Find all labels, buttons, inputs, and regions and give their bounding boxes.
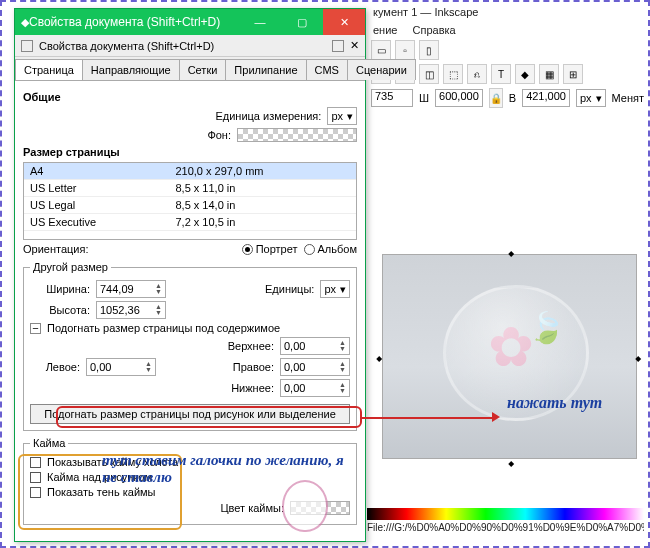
margin-top-input[interactable]: 0,00▲▼ [280, 337, 350, 355]
general-heading: Общие [23, 91, 357, 103]
selection-handle-bottom[interactable]: ⬥ [507, 454, 517, 464]
tool-icon[interactable]: ▦ [539, 64, 559, 84]
checkbox-border-shadow-label: Показать тень каймы [47, 486, 156, 498]
selected-image[interactable] [382, 254, 637, 459]
checkbox-border-above[interactable] [30, 472, 41, 483]
list-item: US Legal8,5 x 14,0 in [24, 197, 356, 214]
width-label: Ш [419, 92, 429, 104]
checkbox-border-above-label: Кайма над рисунком [47, 471, 152, 483]
app-icon: ◆ [21, 16, 29, 29]
dialog-title: Свойства документа (Shift+Ctrl+D) [29, 15, 239, 29]
list-item: US Executive7,2 x 10,5 in [24, 214, 356, 231]
units-select[interactable]: px▾ [320, 280, 350, 298]
unit-label: Единица измерения: [23, 110, 321, 122]
tab-scripts[interactable]: Сценарии [347, 59, 416, 80]
dialog-titlebar[interactable]: ◆ Свойства документа (Shift+Ctrl+D) — ▢ … [15, 9, 365, 35]
color-palette[interactable] [367, 508, 644, 520]
swap-label[interactable]: Менят [612, 92, 644, 104]
status-bar: File:///G:/%D0%A0%D0%90%D0%91%D0%9E%D0%A… [367, 522, 644, 540]
close-panel-button[interactable]: ✕ [350, 39, 359, 52]
list-item: US Letter8,5 x 11,0 in [24, 180, 356, 197]
orientation-label: Ориентация: [23, 243, 89, 255]
radio-portrait[interactable]: Портрет [242, 243, 298, 255]
annotation-arrow-head [492, 412, 500, 422]
checkbox-border-shadow[interactable] [30, 487, 41, 498]
background-label: Фон: [23, 129, 231, 141]
toolbar-btn[interactable]: ▭ [371, 40, 391, 60]
margin-right-label: Правое: [162, 361, 274, 373]
selection-handle-top[interactable]: ⬥ [507, 244, 517, 254]
border-color-label: Цвет каймы: [30, 502, 284, 514]
coord-unit[interactable]: px▾ [576, 89, 606, 107]
selection-handle-left[interactable]: ⬥ [375, 349, 385, 359]
height-input[interactable]: 1052,36▲▼ [96, 301, 166, 319]
selection-handle-right[interactable]: ⬥ [634, 349, 644, 359]
toolbar-btn[interactable]: ▯ [419, 40, 439, 60]
tool-icon[interactable]: ⎌ [467, 64, 487, 84]
tool-icon[interactable]: ⊞ [563, 64, 583, 84]
tool-icon[interactable]: ⬚ [443, 64, 463, 84]
height-label: Высота: [30, 304, 90, 316]
menu-selection[interactable]: ение [373, 24, 397, 36]
pagesize-heading: Размер страницы [23, 146, 357, 158]
fit-toggle-label[interactable]: Подогнать размер страницы под содержимое [47, 322, 280, 334]
tool-icon[interactable]: ◫ [419, 64, 439, 84]
canvas[interactable]: ⬥ ⬥ ⬥ ⬥ нажать тут [367, 134, 644, 496]
dialog-subtitle: Свойства документа (Shift+Ctrl+D) [39, 40, 326, 52]
height-label: В [509, 92, 516, 104]
doc-icon [21, 40, 33, 52]
units-label: Единицы: [172, 283, 314, 295]
custom-size-legend: Другой размер [30, 261, 111, 273]
inkscape-title: кумент 1 — Inkscape [367, 2, 648, 22]
image-content [483, 325, 563, 405]
document-properties-dialog: ◆ Свойства документа (Shift+Ctrl+D) — ▢ … [14, 8, 366, 542]
tool-icon[interactable]: ◆ [515, 64, 535, 84]
margin-bottom-input[interactable]: 0,00▲▼ [280, 379, 350, 397]
annotation-press-here: нажать тут [507, 394, 602, 412]
list-item: A4210,0 x 297,0 mm [24, 163, 356, 180]
margin-left-input[interactable]: 0,00▲▼ [86, 358, 156, 376]
background-color-button[interactable] [237, 128, 357, 142]
checkbox-show-border-label: Показывать кайму холста [47, 456, 178, 468]
coord-x[interactable]: 735 [371, 89, 413, 107]
coord-h[interactable]: 421,000 [522, 89, 570, 107]
tab-grids[interactable]: Сетки [179, 59, 227, 80]
radio-landscape[interactable]: Альбом [304, 243, 357, 255]
tab-page[interactable]: Страница [15, 59, 83, 80]
dialog-subheader: Свойства документа (Shift+Ctrl+D) ✕ [15, 35, 365, 57]
margin-left-label: Левое: [30, 361, 80, 373]
checkbox-show-border[interactable] [30, 457, 41, 468]
maximize-button[interactable]: ▢ [281, 9, 323, 35]
close-button[interactable]: ✕ [323, 9, 365, 35]
coord-w[interactable]: 600,000 [435, 89, 483, 107]
width-input[interactable]: 744,09▲▼ [96, 280, 166, 298]
toolbar-btn[interactable]: ▫ [395, 40, 415, 60]
page-size-list[interactable]: A4210,0 x 297,0 mm US Letter8,5 x 11,0 i… [23, 162, 357, 240]
page-tab-content: Общие Единица измерения: px▾ Фон: Размер… [15, 81, 365, 541]
detach-button[interactable] [332, 40, 344, 52]
custom-size-fieldset: Другой размер Ширина: 744,09▲▼ Единицы: … [23, 261, 357, 431]
margin-bottom-label: Нижнее: [30, 382, 274, 394]
border-fieldset: Кайма Показывать кайму холста Кайма над … [23, 437, 357, 525]
margin-top-label: Верхнее: [30, 340, 274, 352]
lock-icon[interactable]: 🔒 [489, 88, 503, 108]
tab-snap[interactable]: Прилипание [225, 59, 306, 80]
border-color-button[interactable] [290, 501, 350, 515]
fit-page-button[interactable]: Подогнать размер страницы под рисунок ил… [30, 404, 350, 424]
fit-collapse-toggle[interactable]: − [30, 323, 41, 334]
annotation-arrow-line [362, 417, 492, 419]
tab-cms[interactable]: CMS [306, 59, 348, 80]
margin-right-input[interactable]: 0,00▲▼ [280, 358, 350, 376]
inkscape-coord-bar: 735 Ш 600,000 🔒 В 421,000 px▾ Менят [367, 86, 648, 110]
menu-help[interactable]: Справка [413, 24, 456, 36]
width-label: Ширина: [30, 283, 90, 295]
inkscape-menubar[interactable]: ение Справка [367, 22, 648, 38]
border-legend: Кайма [30, 437, 68, 449]
minimize-button[interactable]: — [239, 9, 281, 35]
tool-icon[interactable]: T [491, 64, 511, 84]
tab-guides[interactable]: Направляющие [82, 59, 180, 80]
dialog-tabs: Страница Направляющие Сетки Прилипание C… [15, 57, 365, 81]
unit-select[interactable]: px▾ [327, 107, 357, 125]
